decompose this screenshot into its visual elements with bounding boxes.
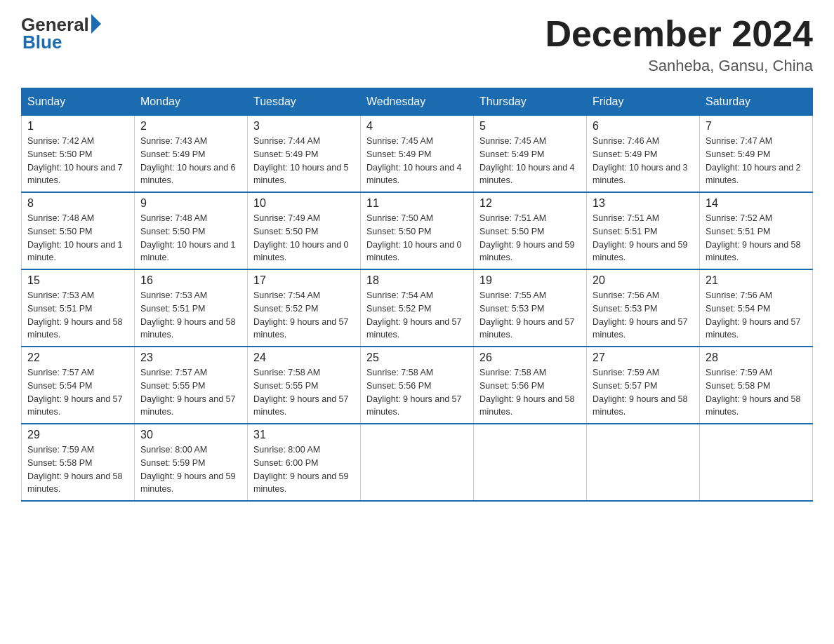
day-info: Sunrise: 7:58 AM Sunset: 5:56 PM Dayligh… xyxy=(366,366,468,419)
calendar-cell: 15 Sunrise: 7:53 AM Sunset: 5:51 PM Dayl… xyxy=(22,269,135,347)
calendar-cell: 30 Sunrise: 8:00 AM Sunset: 5:59 PM Dayl… xyxy=(135,424,248,501)
day-number: 28 xyxy=(706,351,807,364)
day-number: 21 xyxy=(706,274,807,287)
day-number: 9 xyxy=(140,197,241,210)
day-info: Sunrise: 7:57 AM Sunset: 5:55 PM Dayligh… xyxy=(140,366,241,419)
calendar-cell: 16 Sunrise: 7:53 AM Sunset: 5:51 PM Dayl… xyxy=(135,269,248,347)
day-number: 1 xyxy=(27,120,128,133)
calendar-cell: 28 Sunrise: 7:59 AM Sunset: 5:58 PM Dayl… xyxy=(700,347,813,424)
col-wednesday: Wednesday xyxy=(361,88,474,116)
day-number: 23 xyxy=(140,351,241,364)
calendar-week-row: 8 Sunrise: 7:48 AM Sunset: 5:50 PM Dayli… xyxy=(22,192,813,269)
day-number: 4 xyxy=(366,120,468,133)
day-info: Sunrise: 7:58 AM Sunset: 5:55 PM Dayligh… xyxy=(253,366,355,419)
day-info: Sunrise: 7:48 AM Sunset: 5:50 PM Dayligh… xyxy=(27,212,128,264)
calendar-cell: 3 Sunrise: 7:44 AM Sunset: 5:49 PM Dayli… xyxy=(248,116,361,193)
calendar-cell: 22 Sunrise: 7:57 AM Sunset: 5:54 PM Dayl… xyxy=(22,347,135,424)
day-info: Sunrise: 7:56 AM Sunset: 5:53 PM Dayligh… xyxy=(593,289,694,342)
day-info: Sunrise: 7:45 AM Sunset: 5:49 PM Dayligh… xyxy=(366,135,468,187)
day-info: Sunrise: 7:48 AM Sunset: 5:50 PM Dayligh… xyxy=(140,212,241,264)
logo: General Blue xyxy=(21,14,101,53)
logo-triangle-icon xyxy=(91,14,101,34)
day-number: 10 xyxy=(253,197,355,210)
day-info: Sunrise: 7:54 AM Sunset: 5:52 PM Dayligh… xyxy=(366,289,468,342)
calendar-cell xyxy=(361,424,474,501)
calendar-cell: 10 Sunrise: 7:49 AM Sunset: 5:50 PM Dayl… xyxy=(248,192,361,269)
day-number: 13 xyxy=(593,197,694,210)
day-info: Sunrise: 7:47 AM Sunset: 5:49 PM Dayligh… xyxy=(706,135,807,187)
day-info: Sunrise: 7:54 AM Sunset: 5:52 PM Dayligh… xyxy=(253,289,355,342)
calendar-cell: 12 Sunrise: 7:51 AM Sunset: 5:50 PM Dayl… xyxy=(474,192,587,269)
day-info: Sunrise: 7:51 AM Sunset: 5:51 PM Dayligh… xyxy=(593,212,694,264)
calendar-cell: 13 Sunrise: 7:51 AM Sunset: 5:51 PM Dayl… xyxy=(587,192,700,269)
day-info: Sunrise: 7:42 AM Sunset: 5:50 PM Dayligh… xyxy=(27,135,128,187)
day-info: Sunrise: 7:58 AM Sunset: 5:56 PM Dayligh… xyxy=(479,366,581,419)
calendar-week-row: 22 Sunrise: 7:57 AM Sunset: 5:54 PM Dayl… xyxy=(22,347,813,424)
day-info: Sunrise: 7:50 AM Sunset: 5:50 PM Dayligh… xyxy=(366,212,468,264)
calendar-week-row: 15 Sunrise: 7:53 AM Sunset: 5:51 PM Dayl… xyxy=(22,269,813,347)
calendar-cell: 27 Sunrise: 7:59 AM Sunset: 5:57 PM Dayl… xyxy=(587,347,700,424)
calendar-week-row: 1 Sunrise: 7:42 AM Sunset: 5:50 PM Dayli… xyxy=(22,116,813,193)
col-monday: Monday xyxy=(135,88,248,116)
logo-blue-text: Blue xyxy=(22,32,62,53)
day-number: 2 xyxy=(140,120,241,133)
day-info: Sunrise: 7:59 AM Sunset: 5:58 PM Dayligh… xyxy=(27,443,128,496)
day-number: 20 xyxy=(593,274,694,287)
calendar-cell: 5 Sunrise: 7:45 AM Sunset: 5:49 PM Dayli… xyxy=(474,116,587,193)
day-number: 16 xyxy=(140,274,241,287)
calendar-cell xyxy=(700,424,813,501)
day-info: Sunrise: 7:43 AM Sunset: 5:49 PM Dayligh… xyxy=(140,135,241,187)
day-number: 12 xyxy=(479,197,581,210)
calendar-cell: 31 Sunrise: 8:00 AM Sunset: 6:00 PM Dayl… xyxy=(248,424,361,501)
day-info: Sunrise: 7:56 AM Sunset: 5:54 PM Dayligh… xyxy=(706,289,807,342)
day-number: 25 xyxy=(366,351,468,364)
day-info: Sunrise: 7:57 AM Sunset: 5:54 PM Dayligh… xyxy=(27,366,128,419)
day-number: 24 xyxy=(253,351,355,364)
day-number: 17 xyxy=(253,274,355,287)
day-info: Sunrise: 7:45 AM Sunset: 5:49 PM Dayligh… xyxy=(479,135,581,187)
day-number: 26 xyxy=(479,351,581,364)
day-number: 5 xyxy=(479,120,581,133)
calendar-table: Sunday Monday Tuesday Wednesday Thursday… xyxy=(21,88,813,502)
calendar-cell: 11 Sunrise: 7:50 AM Sunset: 5:50 PM Dayl… xyxy=(361,192,474,269)
day-number: 14 xyxy=(706,197,807,210)
day-info: Sunrise: 7:59 AM Sunset: 5:57 PM Dayligh… xyxy=(593,366,694,419)
calendar-cell xyxy=(474,424,587,501)
day-number: 29 xyxy=(27,429,128,441)
day-info: Sunrise: 7:51 AM Sunset: 5:50 PM Dayligh… xyxy=(479,212,581,264)
day-number: 31 xyxy=(253,429,355,441)
calendar-week-row: 29 Sunrise: 7:59 AM Sunset: 5:58 PM Dayl… xyxy=(22,424,813,501)
day-info: Sunrise: 8:00 AM Sunset: 6:00 PM Dayligh… xyxy=(253,443,355,496)
calendar-cell: 21 Sunrise: 7:56 AM Sunset: 5:54 PM Dayl… xyxy=(700,269,813,347)
month-title: December 2024 xyxy=(545,14,813,54)
col-sunday: Sunday xyxy=(22,88,135,116)
calendar-cell: 4 Sunrise: 7:45 AM Sunset: 5:49 PM Dayli… xyxy=(361,116,474,193)
calendar-cell: 24 Sunrise: 7:58 AM Sunset: 5:55 PM Dayl… xyxy=(248,347,361,424)
calendar-cell: 9 Sunrise: 7:48 AM Sunset: 5:50 PM Dayli… xyxy=(135,192,248,269)
calendar-cell: 7 Sunrise: 7:47 AM Sunset: 5:49 PM Dayli… xyxy=(700,116,813,193)
day-info: Sunrise: 7:55 AM Sunset: 5:53 PM Dayligh… xyxy=(479,289,581,342)
day-info: Sunrise: 7:44 AM Sunset: 5:49 PM Dayligh… xyxy=(253,135,355,187)
day-info: Sunrise: 8:00 AM Sunset: 5:59 PM Dayligh… xyxy=(140,443,241,496)
day-number: 30 xyxy=(140,429,241,441)
calendar-cell xyxy=(587,424,700,501)
day-info: Sunrise: 7:59 AM Sunset: 5:58 PM Dayligh… xyxy=(706,366,807,419)
day-number: 11 xyxy=(366,197,468,210)
calendar-header-row: Sunday Monday Tuesday Wednesday Thursday… xyxy=(22,88,813,116)
calendar-cell: 8 Sunrise: 7:48 AM Sunset: 5:50 PM Dayli… xyxy=(22,192,135,269)
calendar-cell: 6 Sunrise: 7:46 AM Sunset: 5:49 PM Dayli… xyxy=(587,116,700,193)
calendar-cell: 29 Sunrise: 7:59 AM Sunset: 5:58 PM Dayl… xyxy=(22,424,135,501)
day-number: 3 xyxy=(253,120,355,133)
calendar-cell: 1 Sunrise: 7:42 AM Sunset: 5:50 PM Dayli… xyxy=(22,116,135,193)
calendar-cell: 2 Sunrise: 7:43 AM Sunset: 5:49 PM Dayli… xyxy=(135,116,248,193)
day-number: 19 xyxy=(479,274,581,287)
col-tuesday: Tuesday xyxy=(248,88,361,116)
col-friday: Friday xyxy=(587,88,700,116)
day-number: 8 xyxy=(27,197,128,210)
col-thursday: Thursday xyxy=(474,88,587,116)
calendar-cell: 23 Sunrise: 7:57 AM Sunset: 5:55 PM Dayl… xyxy=(135,347,248,424)
calendar-cell: 20 Sunrise: 7:56 AM Sunset: 5:53 PM Dayl… xyxy=(587,269,700,347)
day-number: 6 xyxy=(593,120,694,133)
calendar-cell: 18 Sunrise: 7:54 AM Sunset: 5:52 PM Dayl… xyxy=(361,269,474,347)
calendar-cell: 19 Sunrise: 7:55 AM Sunset: 5:53 PM Dayl… xyxy=(474,269,587,347)
